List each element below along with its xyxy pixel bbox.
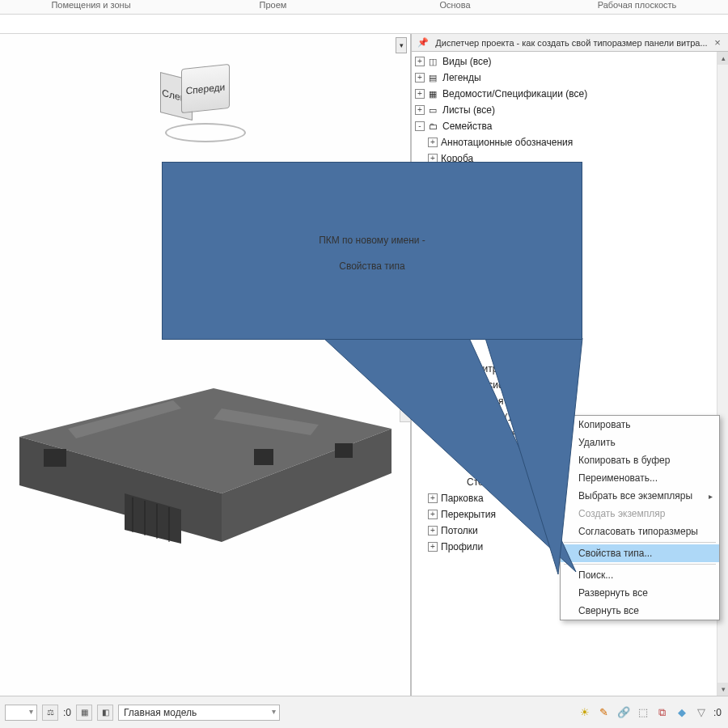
tree-node-label[interactable]: Виды (все) [441,55,493,68]
tree-node-label[interactable]: Семейства [441,120,493,133]
ribbon-label: Основа [364,0,546,14]
view-cube[interactable]: Слева Спереди [157,58,254,147]
ribbon-panel-labels: Помещения и зоны Проем Основа Рабочая пл… [0,0,728,15]
ribbon-label: Проем [182,0,364,14]
select-icon[interactable]: ⬚ [636,705,650,720]
detail-level-icon[interactable]: ▦ [76,705,92,721]
tree-node-label[interactable]: Ведомости/Спецификации (все) [441,87,589,100]
viewcube-front-face[interactable]: Спереди [181,64,230,113]
tree-node-icon: ▦ [426,87,439,100]
scroll-up-icon[interactable]: ▴ [717,52,728,65]
expand-icon[interactable]: + [415,89,425,99]
filter-icon[interactable]: ▽ [694,705,709,720]
expand-icon[interactable]: + [428,138,438,147]
expand-icon[interactable]: + [415,57,425,66]
tree-row[interactable]: +◫Виды (все) [413,53,728,70]
status-bar: ⚖ :0 ▦ ◧ Главная модель ☀ ✎ 🔗 ⬚ ⧉ ◆ ▽ :0 [0,696,728,728]
viewcube-compass[interactable] [165,123,246,142]
tree-row[interactable]: +Аннотационные обозначения [413,134,728,150]
tree-row[interactable]: -🗀Семейства [413,118,728,134]
highlight-icon[interactable]: ◆ [675,705,689,720]
tree-row[interactable]: +▭Листы (все) [413,102,728,118]
scroll-down-icon[interactable]: ▾ [717,683,728,696]
sb-dropdown[interactable] [5,705,37,721]
expand-icon[interactable]: + [415,73,425,83]
ribbon-label: Рабочая плоскость [546,0,728,14]
tree-node-label[interactable]: Листы (все) [441,104,497,116]
scale-icon[interactable]: ⚖ [42,705,58,721]
tree-node-icon: 🗀 [426,120,439,133]
close-icon[interactable]: × [712,36,723,49]
tree-node-icon: ▭ [426,104,439,116]
scale-value: :0 [63,707,71,718]
panel-titlebar[interactable]: 📌 Диспетчер проекта - как создать свой т… [412,34,728,52]
worksets-icon[interactable]: ☀ [578,705,592,720]
svg-rect-10 [44,449,66,467]
filter-count: :0 [713,707,722,718]
visual-style-icon[interactable]: ◧ [97,705,113,721]
model-dropdown[interactable]: Главная модель [118,705,280,721]
design-options-icon[interactable]: ✎ [597,705,612,720]
expand-icon[interactable]: + [415,105,425,115]
instruction-callout: ПКМ по новому имени -Свойства типа [162,162,582,340]
ribbon-label: Помещения и зоны [0,0,182,14]
pin-icon[interactable]: 📌 [417,36,430,49]
link-icon[interactable]: 🔗 [616,705,631,720]
callout-text: ПКМ по новому имени -Свойства типа [294,225,450,277]
collapse-icon[interactable]: - [415,121,425,131]
tree-node-icon: ◫ [426,55,439,68]
tree-node-label[interactable]: Аннотационные обозначения [439,136,574,149]
viewport-dropdown-icon[interactable]: ▾ [396,37,407,53]
tree-node-icon: ▤ [426,71,439,84]
tree-row[interactable]: +▦Ведомости/Спецификации (все) [413,86,728,102]
tree-node-label[interactable]: Легенды [441,71,483,84]
panel-title-text: Диспетчер проекта - как создать свой тип… [435,38,707,48]
tag-icon[interactable]: ⧉ [655,705,670,720]
ribbon-gap [0,15,728,34]
tree-row[interactable]: +▤Легенды [413,70,728,86]
